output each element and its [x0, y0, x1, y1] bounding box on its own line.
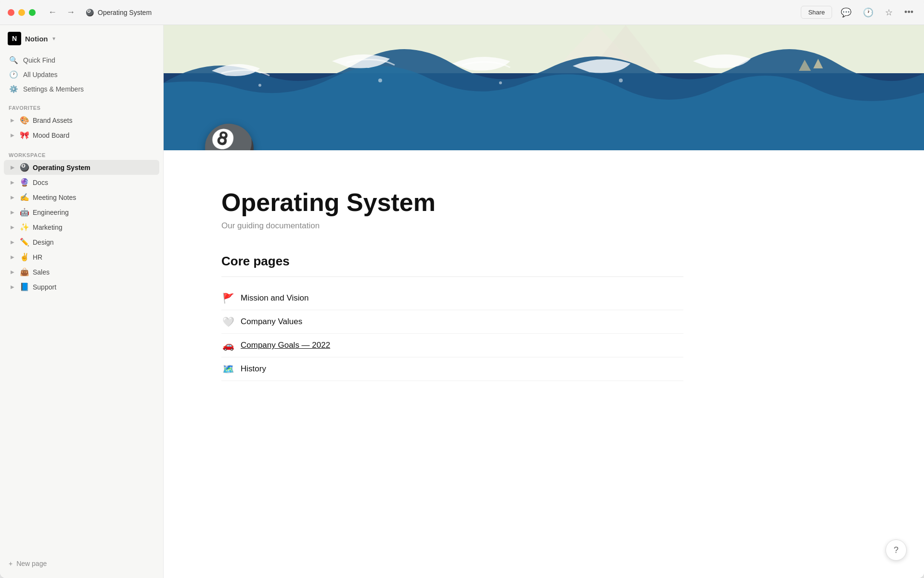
- sales-icon: 👜: [19, 267, 30, 276]
- core-page-history[interactable]: 🗺️ History: [221, 357, 683, 381]
- chevron-down-icon: ▾: [52, 35, 55, 42]
- core-page-company-values[interactable]: 🤍 Company Values: [221, 310, 683, 334]
- comment-button[interactable]: 💬: [838, 5, 854, 20]
- core-pages-list: 🚩 Mission and Vision 🤍 Company Values 🚗 …: [221, 287, 683, 381]
- hr-icon: ✌️: [19, 252, 30, 262]
- titlebar-page-title: Operating System: [98, 9, 152, 16]
- sidebar-item-meeting-notes[interactable]: ▶ ✍️ Meeting Notes: [4, 190, 159, 205]
- sidebar-item-design[interactable]: ▶ ✏️ Design: [4, 235, 159, 250]
- sidebar-actions: 🔍 Quick Find 🕐 All Updates ⚙️ Settings &…: [0, 52, 163, 97]
- expand-icon: ▶: [9, 210, 16, 215]
- sidebar-item-label: Quick Find: [23, 56, 55, 64]
- share-button[interactable]: Share: [801, 6, 832, 19]
- design-icon: ✏️: [19, 237, 30, 247]
- core-page-mission-vision[interactable]: 🚩 Mission and Vision: [221, 287, 683, 310]
- sidebar-item-label: HR: [33, 253, 154, 261]
- expand-icon: ▶: [9, 132, 16, 138]
- sidebar-item-label: Design: [33, 238, 154, 246]
- brand-assets-icon: 🎨: [19, 116, 30, 125]
- sidebar-item-label: Marketing: [33, 223, 154, 231]
- main-layout: N Notion ▾ 🔍 Quick Find 🕐 All Updates ⚙️…: [0, 25, 924, 578]
- svg-point-7: [378, 79, 382, 82]
- core-page-label: Mission and Vision: [241, 293, 308, 303]
- page-icon-large: 🎱: [202, 126, 256, 150]
- sidebar-workspace-header[interactable]: N Notion ▾: [0, 25, 163, 52]
- sidebar-item-label: Sales: [33, 268, 154, 276]
- help-button[interactable]: ?: [886, 539, 907, 561]
- sidebar-item-operating-system[interactable]: ▶ 🎱 Operating System: [4, 160, 159, 175]
- history-button[interactable]: 🕐: [860, 5, 876, 20]
- svg-point-6: [258, 84, 261, 87]
- new-page-button[interactable]: + New page: [4, 557, 159, 570]
- titlebar-actions: Share 💬 🕐 ☆ •••: [801, 5, 916, 20]
- expand-icon: ▶: [9, 284, 16, 289]
- expand-icon: ▶: [9, 269, 16, 275]
- docs-icon: 🔮: [19, 178, 30, 187]
- core-page-label: History: [241, 364, 266, 374]
- maximize-button[interactable]: [29, 9, 36, 16]
- marketing-icon: ✨: [19, 223, 30, 232]
- more-button[interactable]: •••: [901, 5, 916, 19]
- plus-icon: +: [9, 560, 13, 567]
- favorites-label: FAVORITES: [4, 105, 159, 111]
- sidebar-item-label: All Updates: [23, 71, 58, 79]
- support-icon: 📘: [19, 282, 30, 291]
- hero-background: [164, 25, 924, 150]
- titlebar-page-icon: 🎱: [86, 9, 94, 16]
- expand-icon: ▶: [9, 239, 16, 245]
- sidebar-item-settings[interactable]: ⚙️ Settings & Members: [4, 82, 159, 96]
- sidebar-item-label: Settings & Members: [23, 85, 84, 93]
- sidebar-item-sales[interactable]: ▶ 👜 Sales: [4, 264, 159, 279]
- company-goals-icon: 🚗: [221, 340, 235, 351]
- core-pages-heading: Core pages: [221, 254, 683, 269]
- svg-point-9: [619, 79, 623, 82]
- core-page-company-goals[interactable]: 🚗 Company Goals — 2022: [221, 334, 683, 357]
- clock-icon: 🕐: [9, 70, 18, 79]
- workspace-name: Notion: [25, 35, 48, 43]
- workspace-label: WORKSPACE: [4, 152, 159, 158]
- svg-point-8: [499, 81, 502, 84]
- expand-icon: ▶: [9, 165, 16, 170]
- sidebar-item-label: Operating System: [33, 164, 154, 171]
- sidebar-item-hr[interactable]: ▶ ✌️ HR: [4, 250, 159, 264]
- expand-icon: ▶: [9, 195, 16, 200]
- favorites-section: FAVORITES ▶ 🎨 Brand Assets ▶ 🎀 Mood Boar…: [0, 97, 163, 144]
- sidebar-footer: + New page: [0, 553, 163, 578]
- traffic-lights: [8, 9, 36, 16]
- app-window: ← → 🎱 Operating System Share 💬 🕐 ☆ ••• N…: [0, 0, 924, 578]
- sidebar-item-label: Docs: [33, 179, 154, 186]
- search-icon: 🔍: [9, 56, 18, 65]
- minimize-button[interactable]: [18, 9, 25, 16]
- sidebar-item-label: Brand Assets: [33, 117, 154, 124]
- hero-banner: 🎱: [164, 25, 924, 150]
- sidebar-item-all-updates[interactable]: 🕐 All Updates: [4, 67, 159, 82]
- history-icon: 🗺️: [221, 363, 235, 375]
- expand-icon: ▶: [9, 118, 16, 123]
- engineering-icon: 🤖: [19, 208, 30, 217]
- company-values-icon: 🤍: [221, 316, 235, 328]
- back-button[interactable]: ←: [45, 5, 60, 19]
- bookmark-button[interactable]: ☆: [882, 5, 896, 20]
- sidebar-item-label: Meeting Notes: [33, 194, 154, 201]
- sidebar-item-quick-find[interactable]: 🔍 Quick Find: [4, 53, 159, 67]
- expand-icon: ▶: [9, 254, 16, 260]
- nav-buttons: ← →: [45, 5, 78, 19]
- sidebar-item-mood-board[interactable]: ▶ 🎀 Mood Board: [4, 128, 159, 143]
- forward-button[interactable]: →: [64, 5, 78, 19]
- wave-artwork: [164, 25, 924, 150]
- workspace-section: WORKSPACE ▶ 🎱 Operating System ▶ 🔮 Docs …: [0, 144, 163, 296]
- sidebar-item-engineering[interactable]: ▶ 🤖 Engineering: [4, 205, 159, 220]
- divider: [221, 276, 683, 277]
- sidebar-item-label: Support: [33, 283, 154, 291]
- sidebar-item-brand-assets[interactable]: ▶ 🎨 Brand Assets: [4, 113, 159, 128]
- sidebar-item-marketing[interactable]: ▶ ✨ Marketing: [4, 220, 159, 235]
- titlebar: ← → 🎱 Operating System Share 💬 🕐 ☆ •••: [0, 0, 924, 25]
- titlebar-title: 🎱 Operating System: [86, 9, 801, 16]
- expand-icon: ▶: [9, 180, 16, 185]
- mission-vision-icon: 🚩: [221, 292, 235, 304]
- meeting-notes-icon: ✍️: [19, 193, 30, 202]
- sidebar-item-docs[interactable]: ▶ 🔮 Docs: [4, 175, 159, 190]
- page-title: Operating System: [221, 189, 683, 216]
- sidebar-item-support[interactable]: ▶ 📘 Support: [4, 279, 159, 294]
- close-button[interactable]: [8, 9, 14, 16]
